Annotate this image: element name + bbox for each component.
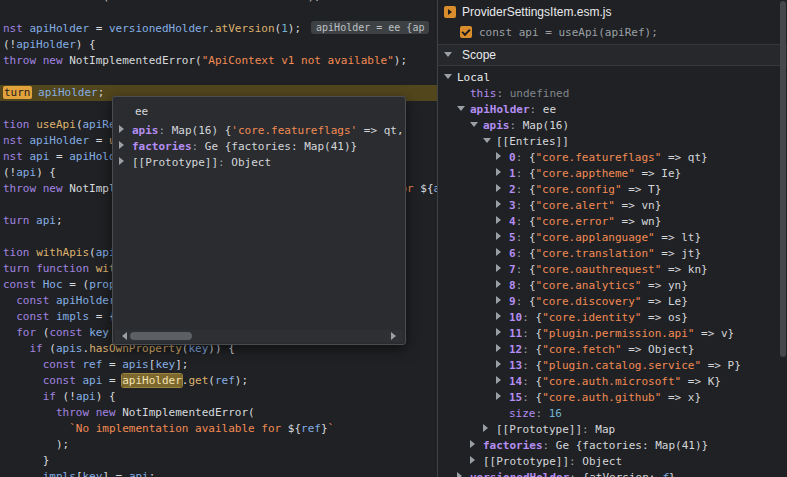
- scope-tree-item[interactable]: size: 16: [438, 406, 787, 422]
- disclosure-triangle-down[interactable]: [444, 48, 457, 62]
- code-line[interactable]: if (!api) {: [0, 389, 437, 405]
- scroll-left-icon[interactable]: [118, 332, 127, 340]
- sidebar-scrollbar[interactable]: [779, 0, 787, 477]
- code-line[interactable]: [0, 69, 437, 85]
- scope-tree-item[interactable]: apis: Map(16): [438, 118, 787, 134]
- code-token: [23, 150, 30, 163]
- scroll-right-icon[interactable]: [391, 332, 400, 340]
- scope-tree-item[interactable]: 12: {"core.fetch" => Object}: [438, 342, 787, 358]
- disclosure-triangle-down[interactable]: [470, 118, 483, 134]
- property-name: 13: [509, 359, 522, 372]
- scope-tree-item[interactable]: 11: {"plugin.permission.api" => v}: [438, 326, 787, 342]
- disclosure-triangle-right[interactable]: [496, 390, 509, 406]
- code-line[interactable]: nst apiHolder = versionedHolder.atVersio…: [0, 21, 437, 37]
- scrollbar-thumb[interactable]: [130, 332, 192, 340]
- code-token: get: [188, 374, 208, 387]
- code-line[interactable]: throw new NotImplementedError("ApiContex…: [0, 53, 437, 69]
- scope-tree-item[interactable]: 14: {"core.auth.microsoft" => K}: [438, 374, 787, 390]
- disclosure-triangle-down[interactable]: [444, 70, 457, 86]
- disclosure-triangle-right[interactable]: [496, 310, 509, 326]
- breakpoint-checkbox[interactable]: [460, 26, 472, 38]
- popup-preview-row[interactable]: factories: Ge {factories: Map(41)}: [113, 139, 405, 155]
- property-name: 7: [509, 263, 516, 276]
- scope-tree-item[interactable]: 9: {"core.discovery" => Le}: [438, 294, 787, 310]
- code-line[interactable]: }: [0, 453, 437, 469]
- code-line[interactable]: const api = apiHolder.get(ref);: [0, 373, 437, 389]
- disclosure-triangle-right[interactable]: [496, 182, 509, 198]
- property-value: => T}: [622, 183, 662, 196]
- popup-preview-row[interactable]: [[Prototype]]: Object: [113, 155, 405, 171]
- scope-tree-item[interactable]: Local: [438, 70, 787, 86]
- disclosure-triangle-right[interactable]: [496, 246, 509, 262]
- disclosure-triangle-right[interactable]: [496, 342, 509, 358]
- property-value: 'core.featureflags': [231, 124, 357, 137]
- code-line[interactable]: `No implementation available for ${ref}`: [0, 421, 437, 437]
- scope-tree-item[interactable]: 10: {"core.identity" => os}: [438, 310, 787, 326]
- scope-tree-item[interactable]: 5: {"core.applanguage" => lt}: [438, 230, 787, 246]
- disclosure-triangle-right[interactable]: [470, 438, 483, 454]
- code-token: );: [3, 438, 69, 451]
- scope-tree-item[interactable]: 4: {"core.error" => wn}: [438, 214, 787, 230]
- scope-tree-item[interactable]: 6: {"core.translation" => jt}: [438, 246, 787, 262]
- code-token: [: [76, 470, 83, 477]
- popup-preview-row[interactable]: apis: Map(16) {'core.featureflags' => qt…: [113, 123, 405, 139]
- property-value: => lt}: [655, 231, 701, 244]
- disclosure-triangle-right[interactable]: [496, 358, 509, 374]
- scope-tree-item[interactable]: 7: {"core.oauthrequest" => kn}: [438, 262, 787, 278]
- scope-tree-item[interactable]: 15: {"core.auth.github" => x}: [438, 390, 787, 406]
- scope-tree-item[interactable]: 8: {"core.analytics" => yn}: [438, 278, 787, 294]
- scope-tree-item[interactable]: this: undefined: [438, 86, 787, 102]
- code-line[interactable]: const ref = apis[key];: [0, 357, 437, 373]
- property-name: factories: [132, 140, 192, 153]
- disclosure-triangle-right[interactable]: [457, 470, 470, 477]
- disclosure-triangle-right[interactable]: [496, 214, 509, 230]
- scope-tree-item[interactable]: [[Entries]]: [438, 134, 787, 150]
- code-line[interactable]: [0, 5, 437, 21]
- code-token: `: [328, 422, 335, 435]
- property-value: "core.auth.github": [542, 391, 661, 404]
- disclosure-triangle-right[interactable]: [496, 326, 509, 342]
- scope-tree-item[interactable]: apiHolder: ee: [438, 102, 787, 118]
- scope-tree-item[interactable]: [[Prototype]]: Map: [438, 422, 787, 438]
- scope-tree-item[interactable]: 13: {"plugin.catalog.service" => P}: [438, 358, 787, 374]
- code-token: apiHolder: [56, 294, 116, 307]
- popup-horizontal-scrollbar[interactable]: [115, 330, 403, 342]
- scope-tree-item[interactable]: [[Prototype]]: Object: [438, 454, 787, 470]
- scope-tree-item[interactable]: versionedHolder: {atVersion: f}: [438, 470, 787, 477]
- disclosure-triangle-down[interactable]: [457, 102, 470, 118]
- disclosure-triangle-right[interactable]: [119, 123, 132, 139]
- property-value: "core.apptheme": [536, 167, 635, 180]
- disclosure-triangle-right[interactable]: [496, 262, 509, 278]
- breakpoint-file-row[interactable]: ProviderSettingsItem.esm.js: [438, 2, 787, 22]
- disclosure-triangle-right[interactable]: [496, 230, 509, 246]
- disclosure-triangle-right[interactable]: [496, 278, 509, 294]
- disclosure-triangle-right[interactable]: [470, 454, 483, 470]
- code-token: new: [43, 182, 63, 195]
- scope-tree-item[interactable]: 1: {"core.apptheme" => Ie}: [438, 166, 787, 182]
- disclosure-triangle-right[interactable]: [119, 155, 132, 171]
- scope-tree-item[interactable]: 0: {"core.featureflags" => qt}: [438, 150, 787, 166]
- code-line[interactable]: impls[key] = api;: [0, 469, 437, 477]
- code-token: =: [102, 358, 122, 371]
- disclosure-triangle-right[interactable]: [483, 422, 496, 438]
- code-line[interactable]: (!apiHolder) {: [0, 37, 437, 53]
- scope-tree-item[interactable]: factories: Ge {factories: Map(41)}: [438, 438, 787, 454]
- code-line[interactable]: );: [0, 437, 437, 453]
- property-value: undefined: [510, 87, 570, 100]
- disclosure-triangle-down[interactable]: [483, 134, 496, 150]
- code-token: ref: [215, 374, 235, 387]
- disclosure-triangle-right[interactable]: [496, 374, 509, 390]
- scope-section-header[interactable]: Scope: [438, 44, 787, 66]
- property-value: "core.auth.microsoft": [542, 375, 681, 388]
- disclosure-triangle-right[interactable]: [496, 294, 509, 310]
- disclosure-triangle-right[interactable]: [496, 198, 509, 214]
- breakpoint-entry-row[interactable]: const api = useApi(apiRef);: [438, 22, 787, 42]
- disclosure-triangle-right[interactable]: [119, 139, 132, 155]
- scope-tree-item[interactable]: 3: {"core.alert" => vn}: [438, 198, 787, 214]
- code-line[interactable]: throw new NotImplementedError(: [0, 405, 437, 421]
- disclosure-triangle-right[interactable]: [496, 150, 509, 166]
- scope-tree-item[interactable]: 2: {"core.config" => T}: [438, 182, 787, 198]
- disclosure-triangle-right[interactable]: [496, 166, 509, 182]
- property-value: "core.featureflags": [536, 151, 662, 164]
- scrollbar-thumb[interactable]: [780, 1, 786, 357]
